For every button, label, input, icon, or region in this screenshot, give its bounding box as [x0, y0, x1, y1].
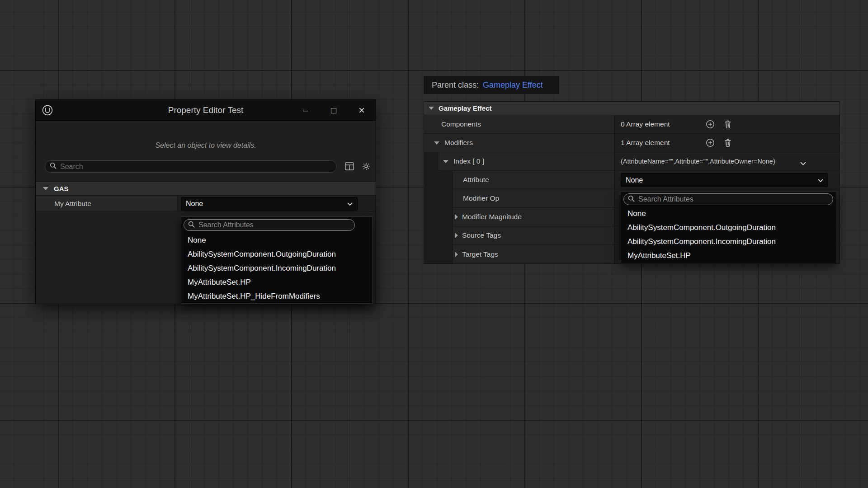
components-label: Components — [441, 120, 481, 128]
empty-details-hint: Select an object to view details. — [36, 141, 376, 150]
attribute-picker-dropdown: None AbilitySystemComponent.OutgoingDura… — [621, 191, 836, 263]
search-icon — [188, 221, 195, 230]
components-value-cell: 0 Array element — [615, 115, 840, 133]
index-0-row: Index [ 0 ] (AttributeName="",Attribute=… — [424, 152, 840, 171]
expand-arrow-icon[interactable] — [455, 252, 458, 257]
my-attribute-label: My Attribute — [54, 200, 91, 208]
search-icon — [628, 195, 635, 204]
details-search-bar[interactable] — [45, 160, 337, 173]
my-attribute-label-cell: My Attribute — [36, 196, 178, 211]
settings-gear-icon[interactable] — [362, 162, 372, 171]
maximize-button[interactable]: □ — [320, 100, 348, 121]
parent-class-bar: Parent class: Gameplay Effect — [424, 76, 559, 94]
add-array-element-button[interactable] — [706, 120, 715, 129]
collapse-arrow-icon[interactable] — [429, 107, 434, 110]
dropdown-option[interactable]: MyAttributeSet.HP — [181, 275, 372, 289]
property-editor-window: Property Editor Test – □ × Select an obj… — [35, 99, 376, 304]
dropdown-option[interactable]: AbilitySystemComponent.IncomingDuration — [621, 235, 836, 249]
expand-arrow-icon[interactable] — [455, 214, 458, 220]
modifier-op-label: Modifier Op — [463, 194, 499, 202]
clear-array-button[interactable] — [724, 138, 733, 147]
dropdown-search-bar[interactable] — [623, 193, 833, 205]
modifier-magnitude-label-cell: Modifier Magnitude — [424, 208, 615, 226]
modifier-op-label-cell: Modifier Op — [424, 189, 615, 207]
dropdown-option[interactable]: AbilitySystemComponent.OutgoingDuration — [621, 221, 836, 235]
category-label: GAS — [54, 185, 69, 192]
attribute-search-input[interactable] — [198, 221, 354, 229]
chevron-down-icon — [818, 176, 823, 184]
attribute-value-cell: None — [615, 171, 840, 189]
add-array-element-button[interactable] — [706, 138, 715, 147]
dropdown-search-bar[interactable] — [184, 219, 355, 231]
details-panel: Gameplay Effect Components 0 Array eleme… — [424, 101, 840, 264]
category-label: Gameplay Effect — [439, 104, 492, 112]
modifiers-label: Modifiers — [444, 139, 473, 147]
collapse-arrow-icon[interactable] — [434, 141, 439, 145]
modifiers-value-cell: 1 Array element — [615, 134, 840, 152]
array-count: 0 Array element — [621, 120, 670, 128]
dropdown-option[interactable]: MyAttributeSet.HP — [621, 249, 836, 263]
components-label-cell: Components — [424, 115, 615, 133]
modifiers-label-cell: Modifiers — [424, 134, 615, 152]
attribute-label-cell: Attribute — [424, 171, 615, 189]
target-tags-label: Target Tags — [462, 250, 498, 258]
attribute-combobox[interactable]: None — [621, 173, 828, 187]
display-options-icon[interactable] — [345, 162, 355, 171]
my-attribute-value-cell: None — [178, 196, 376, 211]
category-header-gas[interactable]: GAS — [36, 181, 376, 196]
dropdown-option[interactable]: None — [181, 233, 372, 247]
my-attribute-row: My Attribute None — [36, 196, 376, 212]
collapse-arrow-icon[interactable] — [43, 187, 48, 190]
attribute-row: Attribute None — [424, 171, 840, 189]
source-tags-label-cell: Source Tags — [424, 226, 615, 244]
target-tags-label-cell: Target Tags — [424, 245, 615, 263]
dropdown-option[interactable]: AbilitySystemComponent.OutgoingDuration — [181, 247, 372, 261]
category-header-gameplay-effect[interactable]: Gameplay Effect — [424, 102, 840, 115]
search-icon — [50, 162, 57, 171]
dropdown-option[interactable]: MyAttributeSet.HP_HideFromModifiers — [181, 289, 372, 303]
modifiers-row: Modifiers 1 Array element — [424, 134, 840, 152]
chevron-down-icon[interactable] — [800, 160, 806, 168]
dropdown-option[interactable]: None — [621, 206, 836, 221]
collapse-arrow-icon[interactable] — [443, 160, 448, 163]
attribute-label: Attribute — [463, 176, 489, 184]
dropdown-option[interactable]: AbilitySystemComponent.IncomingDuration — [181, 261, 372, 275]
components-row: Components 0 Array element — [424, 115, 840, 134]
minimize-button[interactable]: – — [292, 100, 320, 121]
modifier-magnitude-label: Modifier Magnitude — [462, 213, 522, 221]
parent-class-link[interactable]: Gameplay Effect — [483, 80, 543, 90]
my-attribute-combobox[interactable]: None — [181, 197, 358, 211]
attribute-search-input[interactable] — [638, 195, 833, 203]
combobox-value: None — [186, 200, 203, 208]
attribute-picker-dropdown: None AbilitySystemComponent.OutgoingDura… — [181, 216, 373, 304]
parent-class-label: Parent class: — [432, 80, 479, 90]
close-button[interactable]: × — [348, 100, 376, 121]
search-input[interactable] — [60, 163, 336, 171]
index-0-label: Index [ 0 ] — [453, 157, 484, 165]
struct-preview-value: (AttributeName="",Attribute="",Attribute… — [621, 158, 775, 165]
expand-arrow-icon[interactable] — [455, 233, 458, 238]
clear-array-button[interactable] — [724, 120, 733, 129]
source-tags-label: Source Tags — [462, 231, 501, 239]
index-0-label-cell: Index [ 0 ] — [424, 152, 615, 170]
unreal-logo-icon — [42, 105, 53, 116]
chevron-down-icon — [347, 200, 353, 208]
array-count: 1 Array element — [621, 139, 670, 147]
window-controls: – □ × — [292, 100, 376, 121]
combobox-value: None — [626, 176, 643, 184]
window-titlebar[interactable]: Property Editor Test – □ × — [36, 100, 376, 121]
blueprint-grid-background: Property Editor Test – □ × Select an obj… — [0, 0, 868, 488]
index-0-value-cell: (AttributeName="",Attribute="",Attribute… — [615, 152, 840, 170]
